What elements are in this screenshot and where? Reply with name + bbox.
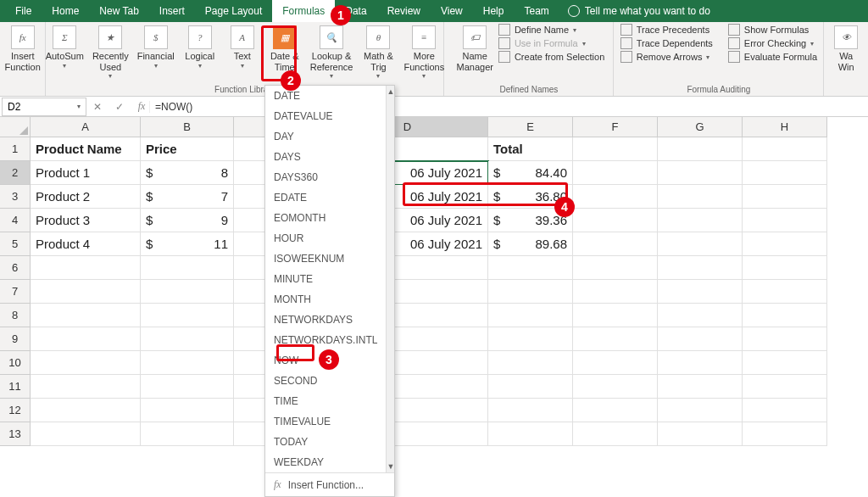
menu-review[interactable]: Review	[377, 0, 431, 22]
cell-A3[interactable]: Product 2	[31, 185, 141, 209]
dd-second[interactable]: SECOND	[265, 371, 386, 391]
cell-F8[interactable]	[573, 304, 658, 327]
cell-H7[interactable]	[743, 280, 827, 304]
dd-days[interactable]: DAYS	[265, 147, 386, 167]
cell-E10[interactable]	[488, 351, 573, 375]
cell-A2[interactable]: Product 1	[31, 161, 141, 185]
cell-H13[interactable]	[743, 422, 827, 446]
col-E[interactable]: E	[488, 117, 573, 137]
dd-networkdays-intl[interactable]: NETWORKDAYS.INTL	[265, 330, 386, 350]
cell-G7[interactable]	[658, 280, 743, 304]
cell-B10[interactable]	[141, 351, 234, 375]
dd-networkdays[interactable]: NETWORKDAYS	[265, 310, 386, 330]
cell-B4[interactable]: $9	[141, 209, 234, 232]
menu-team[interactable]: Team	[514, 0, 559, 22]
dd-hour[interactable]: HOUR	[265, 228, 386, 248]
row-8[interactable]: 8	[0, 304, 31, 327]
enter-icon[interactable]: ✓	[112, 101, 127, 113]
dd-date[interactable]: DATE	[265, 86, 386, 106]
cell-G9[interactable]	[658, 327, 743, 351]
cell-F6[interactable]	[573, 256, 658, 280]
cell-F9[interactable]	[573, 327, 658, 351]
tell-me[interactable]: Tell me what you want to do	[568, 5, 710, 17]
dd-days360[interactable]: DAYS360	[265, 167, 386, 187]
row-4[interactable]: 4	[0, 209, 31, 232]
cell-H3[interactable]	[743, 185, 827, 209]
watch-window-button[interactable]: 👁Wa Win	[826, 24, 866, 74]
cell-A8[interactable]	[31, 304, 141, 327]
row-3[interactable]: 3	[0, 185, 31, 209]
evaluate-formula-button[interactable]: Evaluate Formula	[728, 51, 817, 63]
cell-F11[interactable]	[573, 375, 658, 399]
cell-F4[interactable]	[573, 209, 658, 232]
cell-E2[interactable]: $84.40	[488, 161, 573, 185]
cell-B12[interactable]	[141, 399, 234, 422]
cell-E13[interactable]	[488, 422, 573, 446]
scrollbar-down-icon[interactable]: ▼	[387, 461, 394, 472]
text-button[interactable]: AText▾	[222, 24, 263, 71]
menu-view[interactable]: View	[431, 0, 473, 22]
cell-B7[interactable]	[141, 280, 234, 304]
row-11[interactable]: 11	[0, 375, 31, 399]
fx-icon[interactable]: fx	[134, 100, 149, 113]
row-6[interactable]: 6	[0, 256, 31, 280]
row-13[interactable]: 13	[0, 422, 31, 446]
cell-F13[interactable]	[573, 422, 658, 446]
menu-help[interactable]: Help	[473, 0, 515, 22]
cell-E5[interactable]: $89.68	[488, 232, 573, 256]
insert-function-button[interactable]: fx Insert Function	[2, 24, 44, 74]
lookup-ref-button[interactable]: 🔍Lookup & Reference▾	[307, 24, 357, 81]
more-functions-button[interactable]: ≡More Functions▾	[400, 24, 448, 81]
col-F[interactable]: F	[573, 117, 658, 137]
cell-B13[interactable]	[141, 422, 234, 446]
dd-datevalue[interactable]: DATEVALUE	[265, 106, 386, 126]
cancel-icon[interactable]: ✕	[90, 101, 105, 113]
dd-timevalue[interactable]: TIMEVALUE	[265, 411, 386, 432]
cell-F10[interactable]	[573, 351, 658, 375]
cell-A9[interactable]	[31, 327, 141, 351]
dd-insert-function[interactable]: fxInsert Function...	[265, 472, 394, 496]
cell-H4[interactable]	[743, 209, 827, 232]
cell-A11[interactable]	[31, 375, 141, 399]
cell-G6[interactable]	[658, 256, 743, 280]
col-H[interactable]: H	[743, 117, 827, 137]
cell-B9[interactable]	[141, 327, 234, 351]
define-name-button[interactable]: Define Name ▾	[498, 24, 604, 36]
cell-B6[interactable]	[141, 256, 234, 280]
cell-A4[interactable]: Product 3	[31, 209, 141, 232]
recently-used-button[interactable]: ★Recently Used▾	[89, 24, 132, 81]
select-all-corner[interactable]	[0, 117, 31, 137]
cell-F3[interactable]	[573, 185, 658, 209]
cell-A12[interactable]	[31, 399, 141, 422]
col-A[interactable]: A	[31, 117, 141, 137]
menu-formulas[interactable]: Formulas	[272, 0, 335, 22]
remove-arrows-button[interactable]: Remove Arrows ▾	[620, 51, 713, 63]
cell-G13[interactable]	[658, 422, 743, 446]
cell-G12[interactable]	[658, 399, 743, 422]
use-in-formula-button[interactable]: Use in Formula ▾	[498, 37, 604, 49]
cell-A13[interactable]	[31, 422, 141, 446]
cell-H9[interactable]	[743, 327, 827, 351]
cell-G11[interactable]	[658, 375, 743, 399]
show-formulas-button[interactable]: Show Formulas	[728, 24, 817, 36]
cell-F2[interactable]	[573, 161, 658, 185]
cell-E12[interactable]	[488, 399, 573, 422]
cell-H8[interactable]	[743, 304, 827, 327]
error-checking-button[interactable]: Error Checking ▾	[728, 37, 817, 49]
cell-F5[interactable]	[573, 232, 658, 256]
dropdown-scrollbar[interactable]: ▲▼	[386, 86, 394, 472]
dd-today[interactable]: TODAY	[265, 432, 386, 452]
cell-E7[interactable]	[488, 280, 573, 304]
cell-G5[interactable]	[658, 232, 743, 256]
cell-E11[interactable]	[488, 375, 573, 399]
menu-pagelayout[interactable]: Page Layout	[195, 0, 272, 22]
row-5[interactable]: 5	[0, 232, 31, 256]
col-B[interactable]: B	[141, 117, 234, 137]
cell-H2[interactable]	[743, 161, 827, 185]
row-1[interactable]: 1	[0, 137, 31, 161]
autosum-button[interactable]: ΣAutoSum▾	[42, 24, 87, 71]
cell-A1[interactable]: Product Name	[31, 137, 141, 161]
dd-time[interactable]: TIME	[265, 391, 386, 411]
cell-E8[interactable]	[488, 304, 573, 327]
cell-H5[interactable]	[743, 232, 827, 256]
